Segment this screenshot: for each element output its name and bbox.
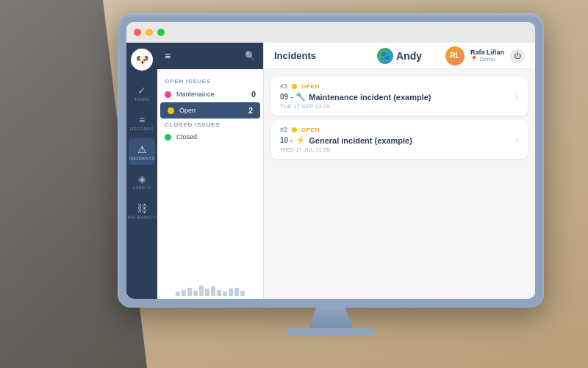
bar-segment-8 (223, 291, 227, 296)
main-panel: Incidents 🐾 Andy RL R (264, 43, 535, 299)
minimize-button[interactable] (146, 29, 153, 36)
title-bar (126, 22, 535, 43)
incident-icon-1: ⚡ (295, 135, 306, 145)
bottom-chart-area (157, 281, 263, 299)
incident-id-num-1: 10 - (280, 136, 293, 144)
avatar-initials: RL (450, 52, 459, 60)
logo-icon: 🐶 (136, 54, 148, 66)
maintenance-label: Mantenaince (176, 91, 246, 98)
incidents-list: #3 OPEN 09 - 🔧 Maintenance incident (exa… (264, 69, 535, 299)
mini-bar-chart (176, 284, 245, 296)
maintenance-dot (165, 91, 171, 98)
left-panel-header: ≡ 🔍 (157, 43, 263, 69)
incident-chevron-0: › (515, 91, 519, 102)
incident-num-1: #2 (280, 126, 287, 133)
traceability-icon: ⛓ (137, 202, 147, 214)
bar-segment-2 (187, 288, 192, 296)
andy-logo-text: Andy (396, 50, 422, 62)
issue-item-open[interactable]: Open 2 (160, 102, 260, 118)
header-title: Incidents (274, 50, 358, 61)
list-icon: ≡ (165, 50, 171, 62)
open-dot (168, 107, 174, 114)
open-issues-label: OPEN ISSUES (157, 75, 263, 86)
incident-title-1: 10 - ⚡ General incident (example) (280, 135, 515, 145)
incident-card-0[interactable]: #3 OPEN 09 - 🔧 Maintenance incident (exa… (271, 77, 528, 116)
monitor-base (287, 328, 375, 336)
closed-label: Closed (176, 133, 256, 141)
incident-status-dot-1 (292, 127, 297, 132)
incident-datetime-0: TUE 17 SEP 13:28 (280, 103, 515, 110)
incidents-icon: ⚠ (137, 144, 147, 155)
sidebar: 🐶 ✓ TASKS ≡ RECORDS ⚠ INCIDENTS (126, 43, 157, 299)
maintenance-count: 0 (251, 90, 256, 99)
location-icon: 📍 (470, 56, 478, 63)
andy-logo-paw: 🐾 (381, 52, 390, 60)
power-button[interactable]: ⏻ (510, 49, 525, 63)
sidebar-item-tasks[interactable]: ✓ TASKS (129, 79, 155, 106)
sidebar-item-labels-label: LABELS (133, 185, 151, 190)
bar-segment-0 (176, 291, 180, 296)
left-panel-content: OPEN ISSUES Mantenaince 0 Open 2 C (157, 69, 263, 281)
closed-dot (165, 134, 171, 141)
screen: 🐶 ✓ TASKS ≡ RECORDS ⚠ INCIDENTS (126, 22, 535, 299)
sidebar-item-incidents[interactable]: ⚠ INCIDENTS (129, 138, 155, 165)
user-info: Rafa Liñan 📍 Demo (470, 49, 504, 63)
sidebar-logo: 🐶 (131, 49, 153, 71)
bar-segment-10 (234, 288, 239, 296)
open-count: 2 (248, 106, 253, 115)
bar-segment-9 (229, 289, 233, 296)
incident-title-text-1: General incident (example) (309, 136, 412, 145)
sidebar-item-traceability[interactable]: ⛓ TRACEABILITY (129, 197, 155, 224)
user-org: 📍 Demo (470, 56, 504, 63)
tasks-icon: ✓ (137, 85, 146, 96)
incident-status-label-0: OPEN (301, 83, 320, 90)
bar-segment-7 (217, 290, 221, 296)
bar-segment-3 (193, 291, 198, 296)
incident-title-text-0: Maintenance incident (example) (309, 93, 431, 102)
andy-logo: 🐾 Andy (358, 48, 442, 64)
incident-datetime-1: WED 17 JUL 11:59 (280, 146, 515, 153)
records-icon: ≡ (139, 114, 145, 126)
monitor-body: 🐶 ✓ TASKS ≡ RECORDS ⚠ INCIDENTS (118, 13, 544, 308)
issue-item-maintenance[interactable]: Mantenaince 0 (157, 86, 263, 102)
incident-card-1[interactable]: #2 OPEN 10 - ⚡ General incident (example… (271, 120, 528, 159)
incident-content-1: #2 OPEN 10 - ⚡ General incident (example… (280, 126, 515, 153)
sidebar-item-tasks-label: TASKS (135, 97, 150, 102)
bar-segment-4 (199, 286, 204, 296)
sidebar-item-records-label: RECORDS (130, 127, 154, 131)
left-panel: ≡ 🔍 OPEN ISSUES Mantenaince 0 (157, 43, 264, 299)
maximize-button[interactable] (157, 29, 165, 36)
incident-num-0: #3 (280, 82, 287, 90)
incident-chevron-1: › (515, 134, 519, 146)
bar-segment-1 (182, 290, 186, 296)
app-header: Incidents 🐾 Andy RL R (264, 43, 535, 69)
incident-title-0: 09 - 🔧 Maintenance incident (example) (280, 92, 515, 102)
labels-icon: ◈ (138, 173, 146, 185)
sidebar-item-incidents-label: INCIDENTS (129, 156, 154, 160)
sidebar-item-records[interactable]: ≡ RECORDS (129, 109, 155, 135)
incident-meta-1: #2 OPEN (280, 126, 515, 133)
bar-segment-6 (211, 286, 215, 296)
incident-status-label-1: OPEN (301, 127, 320, 133)
user-name: Rafa Liñan (470, 49, 504, 56)
open-label: Open (179, 107, 243, 114)
issue-item-closed[interactable]: Closed (157, 130, 263, 144)
closed-issues-label: CLOSED ISSUES (157, 118, 263, 130)
monitor-stand (309, 308, 353, 328)
bar-segment-5 (205, 289, 209, 296)
bar-segment-11 (240, 291, 245, 296)
app-body: 🐶 ✓ TASKS ≡ RECORDS ⚠ INCIDENTS (126, 43, 535, 299)
user-section: RL Rafa Liñan 📍 Demo ⏻ (441, 46, 525, 66)
incident-content-0: #3 OPEN 09 - 🔧 Maintenance incident (exa… (280, 82, 515, 110)
incident-meta-0: #3 OPEN (280, 82, 515, 90)
sidebar-item-traceability-label: TRACEABILITY (126, 215, 159, 219)
incident-status-dot-0 (292, 84, 297, 89)
incident-icon-0: 🔧 (295, 92, 306, 102)
sidebar-item-labels[interactable]: ◈ LABELS (129, 168, 155, 194)
monitor: 🐶 ✓ TASKS ≡ RECORDS ⚠ INCIDENTS (118, 13, 544, 337)
search-icon[interactable]: 🔍 (245, 51, 256, 61)
user-avatar: RL (445, 46, 465, 66)
andy-logo-icon: 🐾 (377, 48, 393, 64)
close-button[interactable] (134, 29, 141, 36)
incident-id-num-0: 09 - (280, 93, 293, 101)
